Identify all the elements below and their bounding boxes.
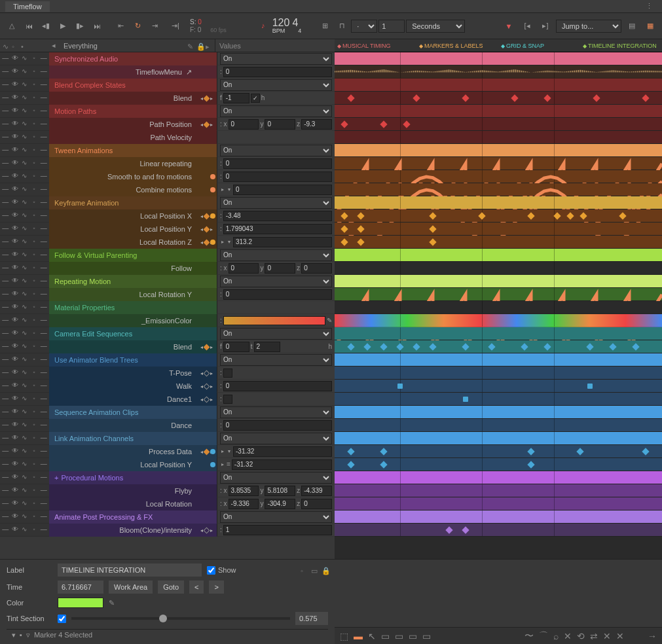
track-value[interactable]: :: [217, 65, 335, 79]
keyframe-nav[interactable]: [196, 183, 217, 196]
track-value[interactable]: On: [217, 275, 335, 288]
track-ctrl-icon[interactable]: ◦: [31, 173, 38, 180]
track-ctrl-icon[interactable]: ∿: [21, 291, 28, 298]
timeline-marker[interactable]: MUSICAL TIMING: [335, 43, 416, 49]
track-ctrl-icon[interactable]: ◦: [31, 186, 38, 193]
play-icon[interactable]: ▶: [55, 18, 71, 34]
track-ctrl-icon[interactable]: 👁: [12, 277, 19, 285]
track-ctrl-icon[interactable]: —: [40, 264, 47, 272]
track-ctrl-icon[interactable]: ∿: [21, 212, 28, 219]
track-ctrl-icon[interactable]: ∿: [21, 160, 28, 167]
track-ctrl-icon[interactable]: ◦: [31, 68, 38, 75]
track-row[interactable]: —👁∿◦—Path Position◂▸: xyz: [0, 118, 335, 131]
track-ctrl-icon[interactable]: —: [40, 474, 47, 481]
track-ctrl-icon[interactable]: 👁: [12, 317, 19, 324]
track-ctrl-icon[interactable]: —: [2, 500, 9, 507]
track-ctrl-icon[interactable]: ◦: [31, 317, 38, 324]
track-ctrl-icon[interactable]: —: [40, 330, 47, 337]
timeline-lane[interactable]: [335, 65, 662, 79]
track-value[interactable]: On: [217, 105, 335, 118]
track-value[interactable]: : xyz: [217, 118, 335, 131]
keyframe-nav[interactable]: [196, 65, 217, 79]
track-value[interactable]: On: [217, 406, 335, 419]
track-ctrl-icon[interactable]: ∿: [21, 382, 28, 389]
track-ctrl-icon[interactable]: —: [2, 317, 9, 324]
track-row[interactable]: —👁∿◦—Flyby: xyz: [0, 484, 335, 497]
track-ctrl-icon[interactable]: —: [40, 225, 47, 232]
track-ctrl-icon[interactable]: ◦: [31, 448, 38, 455]
track-ctrl-icon[interactable]: ∿: [21, 186, 28, 193]
keyframe-nav[interactable]: [196, 432, 217, 445]
track-ctrl-icon[interactable]: ◦: [31, 395, 38, 402]
timeline-lane[interactable]: [335, 157, 662, 170]
playhead-marker-icon[interactable]: ▼: [501, 18, 517, 34]
track-ctrl-icon[interactable]: 👁: [12, 55, 19, 62]
track-ctrl-icon[interactable]: 👁: [12, 134, 19, 141]
track-ctrl-icon[interactable]: ∿: [21, 251, 28, 259]
track-row[interactable]: —👁∿◦—Sequence Animation ClipsOn: [0, 406, 335, 419]
timeline-lane[interactable]: [335, 393, 662, 406]
track-ctrl-icon[interactable]: ◦: [31, 199, 38, 206]
time-unit-select[interactable]: Seconds: [406, 20, 465, 33]
keyframe-nav[interactable]: ◂▸: [196, 118, 217, 131]
tint-checkbox[interactable]: [58, 615, 66, 623]
track-row[interactable]: —👁∿◦—Linear repeating:: [0, 157, 335, 170]
track-row[interactable]: —👁∿◦—Dance:: [0, 419, 335, 432]
track-ctrl-icon[interactable]: —: [40, 448, 47, 455]
track-ctrl-icon[interactable]: 👁: [12, 395, 19, 402]
tint-slider[interactable]: [71, 617, 290, 620]
time-number-input[interactable]: [378, 20, 405, 33]
goto-button[interactable]: Goto: [158, 581, 184, 594]
track-row[interactable]: —👁∿◦—Local Position Y▸=: [0, 458, 335, 471]
curve-3-icon[interactable]: ⌕: [553, 631, 559, 641]
keyframe-nav[interactable]: ◂▸: [196, 445, 217, 458]
track-ctrl-icon[interactable]: 👁: [12, 304, 19, 311]
track-ctrl-icon[interactable]: ∿: [21, 435, 28, 442]
track-value[interactable]: :: [217, 367, 335, 380]
track-ctrl-icon[interactable]: ◦: [31, 107, 38, 115]
track-ctrl-icon[interactable]: ∿: [21, 81, 28, 88]
track-ctrl-icon[interactable]: —: [2, 304, 9, 311]
keyframe-nav[interactable]: [196, 471, 217, 484]
timeline-lane[interactable]: [335, 340, 662, 353]
track-ctrl-icon[interactable]: ∿: [21, 487, 28, 494]
track-ctrl-icon[interactable]: 👁: [12, 186, 19, 193]
track-ctrl-icon[interactable]: —: [40, 120, 47, 128]
track-ctrl-icon[interactable]: ◦: [31, 330, 38, 337]
track-ctrl-icon[interactable]: 👁: [12, 81, 19, 88]
track-value[interactable]: :✎: [217, 314, 335, 327]
track-ctrl-icon[interactable]: —: [2, 291, 9, 298]
track-ctrl-icon[interactable]: ∿: [21, 147, 28, 154]
step-back-icon[interactable]: ◂▮: [38, 18, 54, 34]
timeline-lane[interactable]: [335, 406, 662, 419]
time-input[interactable]: [58, 581, 103, 594]
track-value[interactable]: On: [217, 249, 335, 262]
track-ctrl-icon[interactable]: ◦: [31, 500, 38, 507]
panel-icon[interactable]: ▦: [642, 18, 658, 34]
track-ctrl-icon[interactable]: —: [40, 134, 47, 141]
track-ctrl-icon[interactable]: ◦: [31, 212, 38, 219]
track-ctrl-icon[interactable]: —: [40, 68, 47, 75]
record-end-icon[interactable]: ⇥|: [168, 18, 183, 34]
track-ctrl-icon[interactable]: ◦: [31, 55, 38, 62]
track-ctrl-icon[interactable]: —: [40, 513, 47, 520]
track-ctrl-icon[interactable]: ∿: [21, 120, 28, 128]
track-ctrl-icon[interactable]: 👁: [12, 120, 19, 128]
track-ctrl-icon[interactable]: ∿: [21, 356, 28, 363]
track-ctrl-icon[interactable]: ∿: [21, 317, 28, 324]
track-ctrl-icon[interactable]: 👁: [12, 212, 19, 219]
track-ctrl-icon[interactable]: —: [2, 487, 9, 494]
track-value[interactable]: : xyz: [217, 484, 335, 497]
keyframe-nav[interactable]: ◂▸: [196, 380, 217, 393]
track-ctrl-icon[interactable]: ◦: [31, 487, 38, 494]
timeline-marker[interactable]: GRID & SNAP: [498, 43, 580, 49]
track-ctrl-icon[interactable]: —: [2, 94, 9, 101]
track-ctrl-icon[interactable]: —: [2, 120, 9, 128]
track-value[interactable]: fth: [217, 340, 335, 353]
keyframe-nav[interactable]: [196, 497, 217, 510]
track-ctrl-icon[interactable]: —: [2, 369, 9, 376]
track-ctrl-icon[interactable]: ∿: [21, 225, 28, 232]
track-value[interactable]: On: [217, 196, 335, 209]
track-ctrl-icon[interactable]: 👁: [12, 94, 19, 101]
track-ctrl-icon[interactable]: —: [40, 199, 47, 206]
